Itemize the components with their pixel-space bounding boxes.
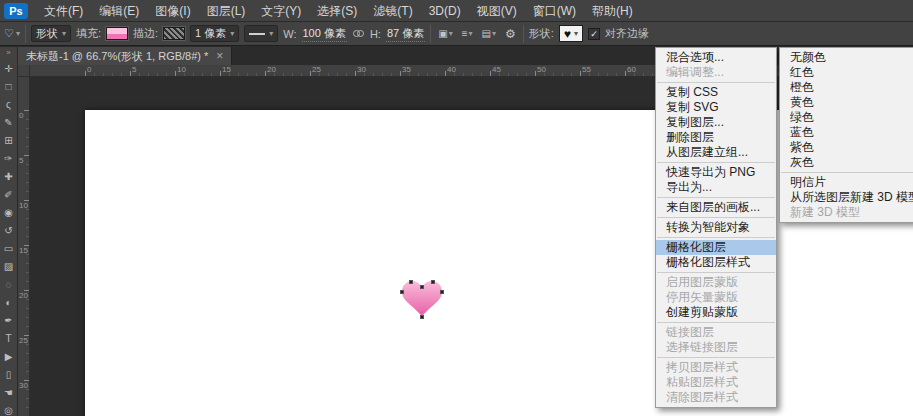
menubar-item[interactable]: 图像(I) [147, 0, 198, 22]
close-icon[interactable]: × [216, 50, 223, 62]
ruler-tick: 20 [18, 290, 29, 335]
context-menu-item: 粘贴图层样式 [656, 375, 776, 390]
path-arrangement-button[interactable]: ▤ ▾ [480, 25, 498, 43]
context-menu-item[interactable]: 创建剪贴蒙版 [656, 305, 776, 320]
ruler-tick: 5 [18, 155, 29, 200]
eraser-tool-icon[interactable]: ▭ [0, 239, 18, 257]
fill-swatch-bottom [107, 34, 127, 40]
quick-selection-tool-icon[interactable]: ✎ [0, 113, 18, 131]
submenu-item[interactable]: 红色 [780, 65, 913, 80]
anchor-point[interactable] [400, 290, 404, 294]
tool-mode-value: 形状 [36, 26, 58, 41]
marquee-tool-icon[interactable]: □ [0, 77, 18, 95]
shape-picker[interactable]: ♥ ▾ [559, 25, 583, 42]
context-menu-item[interactable]: 复制 SVG [656, 100, 776, 115]
context-menu-item[interactable]: 复制 CSS [656, 85, 776, 100]
gear-icon[interactable]: ⚙ [503, 27, 518, 41]
pen-tool-icon[interactable]: ✒ [0, 311, 18, 329]
context-menu-item[interactable]: 混合选项... [656, 50, 776, 65]
context-menu-item: 停用矢量蒙版 [656, 290, 776, 305]
dodge-tool-icon[interactable]: ◐ [0, 293, 18, 311]
ruler-origin-corner[interactable] [18, 65, 30, 77]
lasso-tool-icon[interactable]: ς [0, 95, 18, 113]
submenu-item[interactable]: 从所选图层新建 3D 模型 [780, 190, 913, 205]
photoshop-window: Ps 文件(F)编辑(E)图像(I)图层(L)文字(Y)选择(S)滤镜(T)3D… [0, 0, 913, 416]
path-alignment-button[interactable]: ≡ ▾ [460, 25, 475, 43]
document-tab[interactable]: 未标题-1 @ 66.7%(形状 1, RGB/8#) * × [18, 47, 232, 65]
link-dimensions-icon[interactable] [352, 28, 365, 40]
menubar-item[interactable]: 文字(Y) [253, 0, 309, 22]
chevron-down-icon: ▾ [469, 29, 473, 38]
context-menu-item[interactable]: 栅格化图层样式 [656, 255, 776, 270]
context-menu-item[interactable]: 转换为智能对象 [656, 220, 776, 235]
zoom-tool-icon[interactable]: ◎ [0, 401, 18, 416]
menubar-item[interactable]: 图层(L) [199, 0, 254, 22]
align-edges-label: 对齐边缘 [605, 26, 649, 41]
height-label: H: [370, 28, 381, 40]
stroke-swatch[interactable] [163, 27, 185, 40]
move-tool-icon[interactable]: ✛ [0, 59, 18, 77]
menubar-item[interactable]: 帮助(H) [584, 0, 641, 22]
gradient-tool-icon[interactable]: ▨ [0, 257, 18, 275]
menubar-item[interactable]: 文件(F) [36, 0, 91, 22]
heart-shape-layer[interactable] [402, 281, 442, 317]
submenu-item[interactable]: 明信片 [780, 175, 913, 190]
fill-label: 填充: [76, 26, 101, 41]
menubar-item[interactable]: 窗口(W) [525, 0, 584, 22]
submenu-item[interactable]: 无颜色 [780, 50, 913, 65]
context-menu-item[interactable]: 删除图层 [656, 130, 776, 145]
height-input[interactable]: 87 像素 [386, 26, 425, 42]
menubar-item[interactable]: 滤镜(T) [365, 0, 420, 22]
tool-mode-select[interactable]: 形状 ▾ [31, 25, 71, 42]
stroke-width-select[interactable]: 1 像素 ▾ [190, 25, 239, 42]
ruler-tick: 35 [400, 65, 445, 76]
context-menu-item[interactable]: 从图层建立组... [656, 145, 776, 160]
shape-tool-icon[interactable]: ▯ [0, 365, 18, 383]
submenu-item[interactable]: 黄色 [780, 95, 913, 110]
collapse-panel-icon[interactable]: » [6, 47, 10, 59]
crop-tool-icon[interactable]: ⊞ [0, 131, 18, 149]
document-tab-title: 未标题-1 @ 66.7%(形状 1, RGB/8#) * [26, 49, 208, 64]
fill-swatch[interactable] [106, 27, 128, 40]
stroke-type-sample [249, 33, 265, 35]
menubar-item[interactable]: 选择(S) [309, 0, 365, 22]
path-arrangement-icon: ▤ [482, 28, 491, 39]
context-menu-item[interactable]: 快速导出为 PNG [656, 165, 776, 180]
path-selection-tool-icon[interactable]: ▶ [0, 347, 18, 365]
path-operations-button[interactable]: ▣ ▾ [436, 25, 454, 43]
submenu-item[interactable]: 蓝色 [780, 125, 913, 140]
context-menu-item: 链接图层 [656, 325, 776, 340]
vertical-ruler[interactable]: 051015202530 [18, 77, 30, 416]
history-brush-tool-icon[interactable]: ↺ [0, 221, 18, 239]
menu-divider [657, 322, 775, 323]
photoshop-logo: Ps [4, 3, 28, 19]
submenu-item[interactable]: 紫色 [780, 140, 913, 155]
blur-tool-icon[interactable]: ◌ [0, 275, 18, 293]
stroke-type-select[interactable]: ▾ [244, 25, 278, 42]
eyedropper-tool-icon[interactable]: ✑ [0, 149, 18, 167]
anchor-point[interactable] [440, 290, 444, 294]
anchor-point[interactable] [420, 315, 424, 319]
healing-brush-tool-icon[interactable]: ✚ [0, 167, 18, 185]
context-menu-item[interactable]: 来自图层的画板... [656, 200, 776, 215]
align-edges-checkbox[interactable]: ✓ [588, 28, 600, 40]
submenu-item[interactable]: 灰色 [780, 155, 913, 170]
submenu-item[interactable]: 绿色 [780, 110, 913, 125]
anchor-point[interactable] [431, 280, 435, 284]
menubar-item[interactable]: 3D(D) [421, 0, 469, 22]
hand-tool-icon[interactable]: ☚ [0, 383, 18, 401]
tool-preset-picker[interactable]: ♡ ▾ [4, 27, 20, 40]
width-input[interactable]: 100 像素 [302, 26, 347, 42]
context-menu-item[interactable]: 导出为... [656, 180, 776, 195]
anchor-point[interactable] [409, 280, 413, 284]
submenu-item: 新建 3D 模型 [780, 205, 913, 220]
clone-stamp-tool-icon[interactable]: ◉ [0, 203, 18, 221]
menubar-item[interactable]: 视图(V) [469, 0, 525, 22]
anchor-point[interactable] [420, 285, 424, 289]
submenu-item[interactable]: 橙色 [780, 80, 913, 95]
type-tool-icon[interactable]: T [0, 329, 18, 347]
context-menu-item[interactable]: 栅格化图层 [656, 240, 776, 255]
brush-tool-icon[interactable]: ✐ [0, 185, 18, 203]
context-menu-item[interactable]: 复制图层... [656, 115, 776, 130]
menubar-item[interactable]: 编辑(E) [91, 0, 147, 22]
